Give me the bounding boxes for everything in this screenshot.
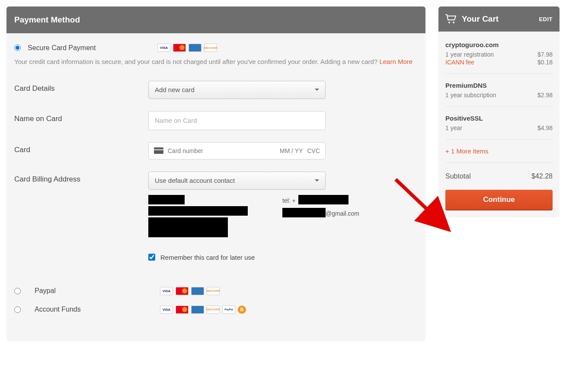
name-on-card-input[interactable]	[148, 111, 326, 130]
tel-label: tel: +	[282, 197, 296, 204]
visa-icon: VISA	[157, 44, 170, 52]
paypal-label: Paypal	[35, 287, 160, 295]
chevron-down-icon	[315, 89, 319, 91]
discover-icon: DISCOVER	[207, 306, 220, 314]
cart-item: cryptoguroo.com 1 year registration $7.9…	[445, 33, 553, 74]
account-funds-label: Account Funds	[35, 306, 160, 313]
redacted-address-1	[148, 206, 248, 216]
mastercard-icon	[176, 287, 189, 295]
card-icon	[154, 147, 163, 154]
billing-address-label: Card Billing Address	[14, 172, 148, 184]
amex-icon	[189, 44, 201, 52]
info-text: Your credit card information is secure, …	[14, 57, 418, 67]
redacted-name	[148, 195, 185, 204]
cart-item: PositiveSSL 1 year $4.98	[445, 107, 553, 140]
account-funds-radio[interactable]	[14, 306, 21, 313]
redacted-address-2	[148, 217, 228, 237]
more-items-link[interactable]: + 1 More items	[445, 140, 553, 163]
paypal-radio[interactable]	[14, 288, 21, 294]
discover-icon: DISCOVER	[204, 44, 217, 52]
cart-sidebar: Your Cart EDIT cryptoguroo.com 1 year re…	[438, 6, 560, 341]
redacted-email	[282, 208, 326, 217]
svg-point-0	[448, 22, 450, 23]
visa-icon: VISA	[160, 306, 173, 314]
secure-card-row: Secure Card Payment VISA DISCOVER	[14, 44, 418, 52]
card-details-label: Card Details	[14, 81, 148, 93]
continue-button[interactable]: Continue	[445, 190, 553, 210]
redacted-phone	[298, 195, 349, 204]
email-suffix: @gmail.com	[326, 210, 359, 217]
bitcoin-icon: B	[238, 306, 246, 314]
card-number-input[interactable]: Card number MM / YY CVC	[148, 142, 326, 159]
cart-icon	[445, 14, 457, 24]
cart-title: Your Cart	[462, 14, 499, 24]
amex-icon	[191, 287, 204, 295]
card-label: Card	[14, 142, 148, 154]
amex-icon	[191, 306, 204, 314]
secure-card-radio[interactable]	[14, 45, 21, 51]
svg-point-1	[453, 22, 454, 23]
remember-card-label: Remember this card for later use	[160, 254, 255, 261]
learn-more-link[interactable]: Learn More	[379, 58, 413, 65]
paypal-icon: PayPal	[222, 306, 235, 314]
billing-address-block: tel: + @gmail.com Remem	[148, 190, 326, 261]
chevron-down-icon	[315, 179, 319, 182]
mastercard-icon	[176, 306, 189, 314]
secure-card-label: Secure Card Payment	[28, 44, 97, 52]
card-icons: VISA DISCOVER	[157, 44, 217, 52]
payment-panel: Payment Method Secure Card Payment VISA …	[6, 6, 425, 341]
subtotal-row: Subtotal $42.28	[445, 163, 553, 190]
panel-title: Payment Method	[6, 6, 425, 33]
name-on-card-label: Name on Card	[14, 111, 148, 123]
discover-icon: DISCOVER	[207, 287, 220, 295]
visa-icon: VISA	[160, 287, 173, 295]
billing-address-select[interactable]: Use default account contact	[148, 172, 326, 190]
card-details-select[interactable]: Add new card	[148, 81, 326, 99]
cart-edit-link[interactable]: EDIT	[539, 16, 553, 22]
cart-item: PremiumDNS 1 year subscription $2.98	[445, 74, 553, 107]
mastercard-icon	[173, 44, 186, 52]
remember-card-checkbox[interactable]	[148, 254, 155, 261]
